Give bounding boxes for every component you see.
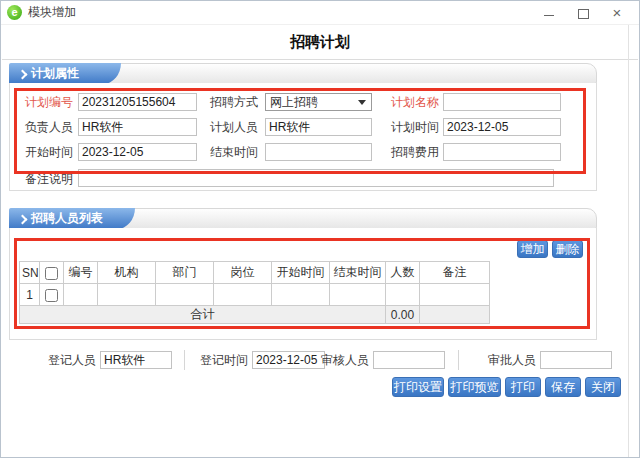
- auditor-label: 审核人员: [311, 351, 369, 369]
- row-checkbox[interactable]: [45, 289, 58, 302]
- col-position: 岗位: [214, 262, 272, 284]
- table-header-row: SN 编号 机构 部门 岗位 开始时间 结束时间 人数 备注: [20, 262, 490, 284]
- start-date-input[interactable]: [78, 143, 197, 161]
- col-start-time: 开始时间: [272, 262, 330, 284]
- col-number: 编号: [64, 262, 98, 284]
- app-icon: e: [7, 5, 22, 20]
- method-select[interactable]: 网上招聘: [265, 93, 372, 111]
- total-remark-cell: [420, 306, 490, 324]
- print-settings-button[interactable]: 打印设置: [392, 377, 444, 397]
- section-plan-label: 计划属性: [31, 65, 79, 82]
- total-value: 0.00: [386, 306, 420, 324]
- cell-end-time[interactable]: [330, 284, 386, 306]
- close-icon[interactable]: ×: [611, 7, 623, 19]
- row-sn: 1: [20, 284, 40, 306]
- titlebar: e 模块增加 ×: [1, 1, 639, 25]
- owner-label: 负责人员: [15, 118, 73, 136]
- chevron-right-icon: [18, 214, 28, 224]
- print-preview-button[interactable]: 打印预览: [448, 377, 501, 397]
- personnel-table: SN 编号 机构 部门 岗位 开始时间 结束时间 人数 备注 1 合计 0.00: [19, 261, 490, 324]
- col-end-time: 结束时间: [330, 262, 386, 284]
- cost-label: 招聘费用: [383, 143, 439, 161]
- planner-label: 计划人员: [200, 118, 258, 136]
- minimize-icon[interactable]: [543, 7, 555, 19]
- save-button[interactable]: 保存: [545, 377, 581, 397]
- remark-label: 备注说明: [15, 170, 73, 188]
- content-frame-line: [628, 25, 629, 457]
- col-organization: 机构: [98, 262, 156, 284]
- table-row: 1: [20, 284, 490, 306]
- approver-label: 审批人员: [478, 351, 536, 369]
- cell-start-time[interactable]: [272, 284, 330, 306]
- cell-position[interactable]: [214, 284, 272, 306]
- cell-organization[interactable]: [98, 284, 156, 306]
- chevron-right-icon: [18, 69, 28, 79]
- chevron-down-icon: [358, 100, 366, 105]
- print-button[interactable]: 打印: [505, 377, 541, 397]
- cell-number[interactable]: [64, 284, 98, 306]
- plan-name-input[interactable]: [443, 93, 561, 111]
- plan-date-label: 计划时间: [383, 118, 439, 136]
- total-label: 合计: [20, 306, 386, 324]
- planner-input[interactable]: [265, 118, 372, 136]
- col-headcount: 人数: [386, 262, 420, 284]
- select-all-checkbox[interactable]: [45, 267, 58, 280]
- owner-input[interactable]: [78, 118, 197, 136]
- page-title: 招聘计划: [1, 33, 639, 52]
- plan-name-label: 计划名称: [383, 93, 439, 111]
- section-list-label: 招聘人员列表: [31, 210, 103, 227]
- add-row-button[interactable]: 增加: [517, 240, 548, 258]
- method-select-value: 网上招聘: [270, 94, 318, 111]
- start-date-label: 开始时间: [15, 143, 73, 161]
- section-list-header: 招聘人员列表: [9, 208, 597, 229]
- col-sn: SN: [20, 262, 40, 284]
- window-title: 模块增加: [28, 4, 76, 21]
- cell-headcount[interactable]: [386, 284, 420, 306]
- delete-row-button[interactable]: 删除: [552, 240, 583, 258]
- app-window: e 模块增加 × 招聘计划 计划属性 计划编号 招聘方式 网上招聘 计划名称 负…: [0, 0, 640, 458]
- col-department: 部门: [156, 262, 214, 284]
- plan-no-input[interactable]: [78, 93, 197, 111]
- reg-person-label: 登记人员: [38, 351, 96, 369]
- end-date-input[interactable]: [265, 143, 372, 161]
- cost-input[interactable]: [443, 143, 561, 161]
- cell-department[interactable]: [156, 284, 214, 306]
- col-select: [40, 262, 64, 284]
- title-divider: [2, 59, 638, 60]
- cell-remark[interactable]: [420, 284, 490, 306]
- method-label: 招聘方式: [200, 93, 258, 111]
- reg-time-label: 登记时间: [190, 351, 248, 369]
- auditor-input[interactable]: [373, 351, 445, 369]
- remark-input[interactable]: [78, 169, 554, 187]
- plan-date-input[interactable]: [443, 118, 561, 136]
- field-divider: [184, 350, 185, 370]
- end-date-label: 结束时间: [200, 143, 258, 161]
- approver-input[interactable]: [540, 351, 612, 369]
- maximize-icon[interactable]: [577, 7, 589, 19]
- field-divider: [458, 350, 459, 370]
- close-button[interactable]: 关闭: [585, 377, 621, 397]
- reg-person-input[interactable]: [100, 351, 172, 369]
- section-plan-header: 计划属性: [9, 63, 597, 84]
- tab-plan-properties: 计划属性: [9, 63, 121, 84]
- col-remark: 备注: [420, 262, 490, 284]
- table-total-row: 合计 0.00: [20, 306, 490, 324]
- tab-personnel-list: 招聘人员列表: [9, 208, 135, 229]
- plan-no-label: 计划编号: [15, 93, 73, 111]
